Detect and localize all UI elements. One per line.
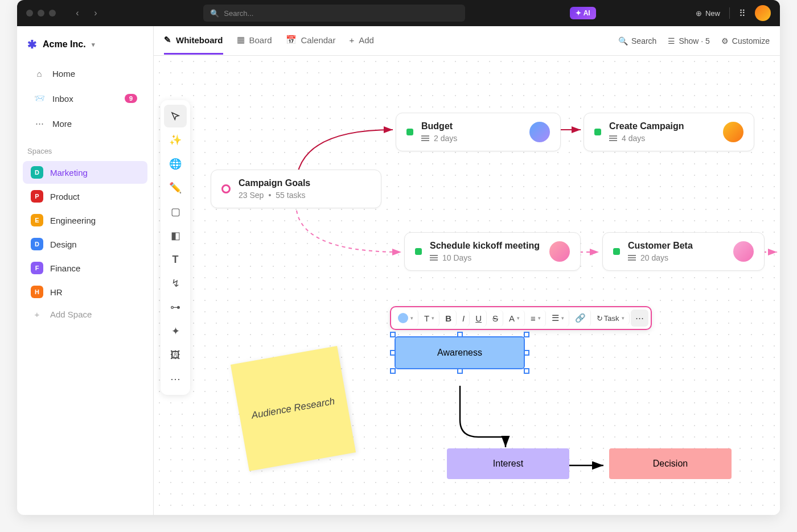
space-icon: H <box>31 286 43 298</box>
status-ring-icon <box>221 184 231 193</box>
font-picker[interactable]: T▾ <box>420 310 439 327</box>
tab-whiteboard[interactable]: ✎ Whiteboard <box>164 27 223 55</box>
italic-button[interactable]: I <box>458 310 470 327</box>
sidebar-item-inbox[interactable]: 📨 Inbox 9 <box>23 86 147 110</box>
space-label: HR <box>50 287 63 297</box>
spaces-header: Spaces <box>17 137 153 160</box>
plus-icon: ⊕ <box>696 9 702 18</box>
task-card-campaign-goals[interactable]: Campaign Goals 23 Sep • 55 tasks <box>211 170 381 208</box>
ai-button[interactable]: ✦ AI <box>570 7 596 19</box>
view-search-button[interactable]: 🔍Search <box>618 36 656 46</box>
tool-cursor[interactable] <box>164 105 187 127</box>
board-icon: ▦ <box>237 35 245 45</box>
tool-magic[interactable]: ✦ <box>164 320 187 343</box>
divider <box>729 7 730 19</box>
tool-web[interactable]: 🌐 <box>164 152 187 175</box>
status-indicator <box>415 248 422 255</box>
task-card-customer-beta[interactable]: Customer Beta 20 days <box>602 232 765 271</box>
plus-icon: + <box>349 35 354 45</box>
space-icon: F <box>31 262 43 274</box>
more-format-button[interactable]: ⋯ <box>631 310 648 327</box>
tool-mindmap[interactable]: ⊶ <box>164 296 187 319</box>
color-picker[interactable]: ▾ <box>393 310 418 327</box>
status-indicator <box>406 129 413 135</box>
forward-button[interactable]: › <box>88 5 104 21</box>
inbox-badge: 9 <box>125 94 137 103</box>
bold-button[interactable]: B <box>441 310 457 327</box>
sidebar-space-marketing[interactable]: DMarketing <box>23 161 147 184</box>
global-search[interactable]: 🔍 Search... <box>203 5 465 22</box>
user-avatar[interactable] <box>755 5 771 21</box>
assignee-avatar[interactable] <box>723 122 743 142</box>
tool-more[interactable]: ⋯ <box>164 368 187 390</box>
space-icon: D <box>31 166 43 179</box>
tool-connector[interactable]: ↯ <box>164 272 187 295</box>
sidebar-space-engineering[interactable]: EEngineering <box>23 209 147 232</box>
apps-icon[interactable]: ⠿ <box>739 8 746 19</box>
status-indicator <box>594 129 601 135</box>
whiteboard-toolbar: ✨ 🌐 ✏️ ▢ ◧ T ↯ ⊶ ✦ 🖼 ⋯ <box>161 100 190 395</box>
shape-decision[interactable]: Decision <box>609 448 732 479</box>
convert-task-button[interactable]: ↻ Task ▾ <box>592 312 630 325</box>
view-tabs: ✎ Whiteboard ▦ Board 📅 Calendar + Add 🔍S… <box>154 26 780 56</box>
tab-add[interactable]: + Add <box>349 27 373 55</box>
format-toolbar: ▾ T▾ B I U S A▾ ≡▾ ☰▾ 🔗 ↻ Task ▾ ⋯ <box>390 306 652 330</box>
sidebar-space-design[interactable]: DDesign <box>23 233 147 255</box>
back-button[interactable]: ‹ <box>69 5 85 21</box>
tool-text[interactable]: T <box>164 248 187 271</box>
space-icon: D <box>31 238 43 250</box>
sidebar-space-hr[interactable]: HHR <box>23 281 147 303</box>
titlebar: ‹ › 🔍 Search... ✦ AI ⊕ New ⠿ <box>17 0 780 26</box>
inbox-icon: 📨 <box>33 92 46 105</box>
align-button[interactable]: ≡▾ <box>526 310 546 327</box>
space-icon: P <box>31 190 43 203</box>
settings-icon: ☰ <box>668 36 675 46</box>
tool-ai[interactable]: ✨ <box>164 129 187 151</box>
show-button[interactable]: ☰Show · 5 <box>668 36 709 46</box>
underline-button[interactable]: U <box>471 310 487 327</box>
search-placeholder: Search... <box>224 9 253 18</box>
window-controls[interactable] <box>26 10 56 17</box>
workspace-switcher[interactable]: ✱ Acme Inc. ▾ <box>17 33 153 60</box>
space-label: Product <box>50 192 80 201</box>
add-space-button[interactable]: + Add Space <box>23 304 147 324</box>
list-icon <box>421 135 429 141</box>
tool-sticky[interactable]: ◧ <box>164 224 187 247</box>
strikethrough-button[interactable]: S <box>488 310 503 327</box>
sticky-note[interactable]: Audience Research <box>231 346 356 471</box>
tool-pen[interactable]: ✏️ <box>164 176 187 199</box>
calendar-icon: 📅 <box>286 35 297 45</box>
list-icon <box>430 255 438 261</box>
task-card-kickoff[interactable]: Schedule kickoff meeting 10 Days <box>404 232 581 271</box>
gear-icon: ⚙ <box>721 36 729 46</box>
whiteboard-icon: ✎ <box>164 35 171 45</box>
tab-board[interactable]: ▦ Board <box>237 27 272 55</box>
tool-shape[interactable]: ▢ <box>164 200 187 223</box>
tool-image[interactable]: 🖼 <box>164 344 187 366</box>
tab-calendar[interactable]: 📅 Calendar <box>286 27 336 55</box>
task-card-create-campaign[interactable]: Create Campaign 4 days <box>584 113 754 151</box>
assignee-avatar[interactable] <box>529 122 550 142</box>
sidebar: ✱ Acme Inc. ▾ ⌂ Home 📨 Inbox 9 ⋯ More Sp… <box>17 26 154 515</box>
link-button[interactable]: 🔗 <box>570 310 591 327</box>
task-card-budget[interactable]: Budget 2 days <box>396 113 561 151</box>
search-icon: 🔍 <box>210 9 219 18</box>
more-icon: ⋯ <box>33 117 46 130</box>
space-label: Design <box>50 240 77 249</box>
sidebar-space-finance[interactable]: FFinance <box>23 257 147 279</box>
list-icon <box>628 255 636 261</box>
new-button[interactable]: ⊕ New <box>696 9 720 18</box>
assignee-avatar[interactable] <box>733 241 754 262</box>
list-icon <box>609 135 617 141</box>
text-color-button[interactable]: A▾ <box>504 310 525 327</box>
shape-awareness[interactable]: Awareness <box>396 337 524 368</box>
whiteboard-canvas[interactable]: ✨ 🌐 ✏️ ▢ ◧ T ↯ ⊶ ✦ 🖼 ⋯ <box>154 56 780 515</box>
list-button[interactable]: ☰▾ <box>547 310 569 327</box>
shape-interest[interactable]: Interest <box>447 448 569 479</box>
customize-button[interactable]: ⚙Customize <box>721 36 770 46</box>
assignee-avatar[interactable] <box>549 241 570 262</box>
sidebar-space-product[interactable]: PProduct <box>23 185 147 208</box>
sidebar-item-more[interactable]: ⋯ More <box>23 112 147 135</box>
sparkle-icon: ✦ <box>576 9 581 17</box>
sidebar-item-home[interactable]: ⌂ Home <box>23 61 147 85</box>
